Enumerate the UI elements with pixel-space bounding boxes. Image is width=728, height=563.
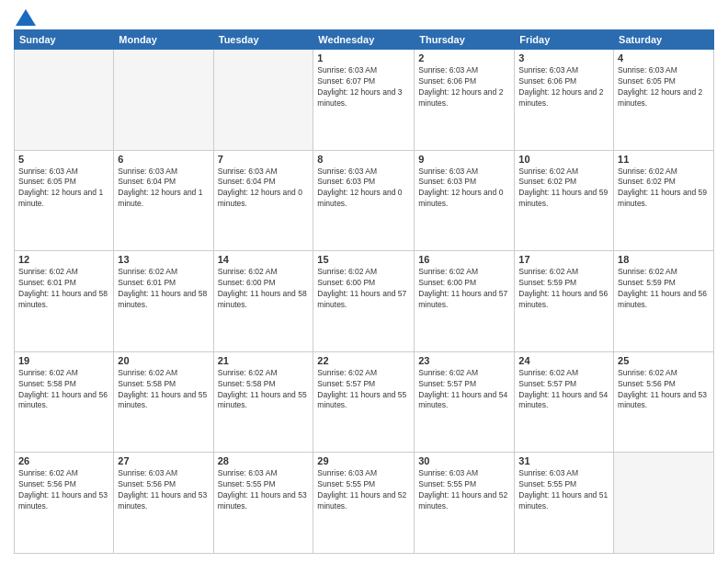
day-info: Sunrise: 6:02 AM Sunset: 5:58 PM Dayligh… [118, 368, 209, 412]
logo-icon [16, 9, 36, 26]
day-number: 24 [518, 355, 609, 366]
calendar-cell: 28Sunrise: 6:03 AM Sunset: 5:55 PM Dayli… [213, 453, 313, 554]
day-number: 17 [518, 254, 609, 265]
calendar-cell: 11Sunrise: 6:02 AM Sunset: 6:02 PM Dayli… [614, 150, 714, 251]
calendar-cell [213, 50, 313, 151]
day-number: 28 [218, 455, 310, 466]
calendar-cell: 9Sunrise: 6:03 AM Sunset: 6:03 PM Daylig… [415, 150, 515, 251]
weekday-header: Friday [515, 30, 614, 50]
weekday-header: Monday [114, 30, 213, 50]
calendar-cell: 1Sunrise: 6:03 AM Sunset: 6:07 PM Daylig… [313, 50, 415, 151]
day-info: Sunrise: 6:02 AM Sunset: 6:01 PM Dayligh… [118, 267, 209, 311]
logo [14, 9, 36, 22]
day-number: 18 [618, 254, 710, 265]
day-info: Sunrise: 6:02 AM Sunset: 5:57 PM Dayligh… [418, 368, 510, 412]
calendar-cell: 29Sunrise: 6:03 AM Sunset: 5:55 PM Dayli… [313, 453, 415, 554]
day-info: Sunrise: 6:02 AM Sunset: 6:02 PM Dayligh… [518, 167, 609, 211]
day-number: 3 [518, 52, 609, 63]
header [14, 9, 714, 22]
day-number: 15 [317, 254, 410, 265]
day-info: Sunrise: 6:03 AM Sunset: 6:05 PM Dayligh… [618, 65, 710, 109]
calendar-cell: 23Sunrise: 6:02 AM Sunset: 5:57 PM Dayli… [415, 351, 515, 453]
calendar-cell: 26Sunrise: 6:02 AM Sunset: 5:56 PM Dayli… [15, 453, 114, 554]
day-info: Sunrise: 6:02 AM Sunset: 5:59 PM Dayligh… [618, 267, 710, 311]
calendar-cell: 15Sunrise: 6:02 AM Sunset: 6:00 PM Dayli… [313, 251, 415, 352]
day-number: 7 [218, 154, 310, 165]
day-number: 22 [317, 355, 410, 366]
day-number: 16 [418, 254, 510, 265]
page: SundayMondayTuesdayWednesdayThursdayFrid… [0, 0, 728, 563]
day-number: 20 [118, 355, 209, 366]
calendar-cell: 4Sunrise: 6:03 AM Sunset: 6:05 PM Daylig… [614, 50, 714, 151]
svg-marker-0 [16, 9, 36, 26]
calendar-cell: 13Sunrise: 6:02 AM Sunset: 6:01 PM Dayli… [114, 251, 213, 352]
day-info: Sunrise: 6:02 AM Sunset: 6:00 PM Dayligh… [418, 267, 510, 311]
calendar-cell: 10Sunrise: 6:02 AM Sunset: 6:02 PM Dayli… [515, 150, 614, 251]
day-number: 1 [317, 52, 410, 63]
day-info: Sunrise: 6:03 AM Sunset: 6:06 PM Dayligh… [518, 65, 609, 109]
day-info: Sunrise: 6:02 AM Sunset: 6:01 PM Dayligh… [18, 267, 109, 311]
calendar-cell: 31Sunrise: 6:03 AM Sunset: 5:55 PM Dayli… [515, 453, 614, 554]
calendar-cell: 19Sunrise: 6:02 AM Sunset: 5:58 PM Dayli… [15, 351, 114, 453]
weekday-header: Sunday [15, 30, 114, 50]
calendar-cell: 30Sunrise: 6:03 AM Sunset: 5:55 PM Dayli… [415, 453, 515, 554]
day-number: 14 [218, 254, 310, 265]
calendar-week-row: 26Sunrise: 6:02 AM Sunset: 5:56 PM Dayli… [15, 453, 714, 554]
weekday-header: Tuesday [213, 30, 313, 50]
day-number: 27 [118, 455, 209, 466]
day-number: 23 [418, 355, 510, 366]
day-info: Sunrise: 6:02 AM Sunset: 5:56 PM Dayligh… [18, 468, 109, 512]
calendar-cell: 17Sunrise: 6:02 AM Sunset: 5:59 PM Dayli… [515, 251, 614, 352]
day-info: Sunrise: 6:02 AM Sunset: 6:02 PM Dayligh… [618, 167, 710, 211]
day-number: 2 [418, 52, 510, 63]
weekday-header: Thursday [415, 30, 515, 50]
calendar-cell: 12Sunrise: 6:02 AM Sunset: 6:01 PM Dayli… [15, 251, 114, 352]
day-info: Sunrise: 6:02 AM Sunset: 5:57 PM Dayligh… [317, 368, 410, 412]
calendar-cell [614, 453, 714, 554]
day-number: 9 [418, 154, 510, 165]
calendar-cell: 21Sunrise: 6:02 AM Sunset: 5:58 PM Dayli… [213, 351, 313, 453]
calendar-table: SundayMondayTuesdayWednesdayThursdayFrid… [14, 29, 714, 554]
day-info: Sunrise: 6:03 AM Sunset: 5:55 PM Dayligh… [317, 468, 410, 512]
day-info: Sunrise: 6:03 AM Sunset: 6:06 PM Dayligh… [418, 65, 510, 109]
calendar-cell: 22Sunrise: 6:02 AM Sunset: 5:57 PM Dayli… [313, 351, 415, 453]
day-number: 5 [18, 154, 109, 165]
calendar-cell: 2Sunrise: 6:03 AM Sunset: 6:06 PM Daylig… [415, 50, 515, 151]
calendar-week-row: 19Sunrise: 6:02 AM Sunset: 5:58 PM Dayli… [15, 351, 714, 453]
day-number: 11 [618, 154, 710, 165]
day-info: Sunrise: 6:03 AM Sunset: 5:55 PM Dayligh… [418, 468, 510, 512]
day-info: Sunrise: 6:02 AM Sunset: 5:59 PM Dayligh… [518, 267, 609, 311]
calendar-week-row: 5Sunrise: 6:03 AM Sunset: 6:05 PM Daylig… [15, 150, 714, 251]
day-info: Sunrise: 6:02 AM Sunset: 6:00 PM Dayligh… [317, 267, 410, 311]
day-number: 8 [317, 154, 410, 165]
day-info: Sunrise: 6:03 AM Sunset: 6:03 PM Dayligh… [317, 167, 410, 211]
calendar-cell [15, 50, 114, 151]
day-number: 29 [317, 455, 410, 466]
day-number: 26 [18, 455, 109, 466]
calendar-cell: 3Sunrise: 6:03 AM Sunset: 6:06 PM Daylig… [515, 50, 614, 151]
calendar-cell: 25Sunrise: 6:02 AM Sunset: 5:56 PM Dayli… [614, 351, 714, 453]
day-info: Sunrise: 6:03 AM Sunset: 6:07 PM Dayligh… [317, 65, 410, 109]
day-info: Sunrise: 6:02 AM Sunset: 5:58 PM Dayligh… [218, 368, 310, 412]
day-info: Sunrise: 6:03 AM Sunset: 6:04 PM Dayligh… [218, 167, 310, 211]
calendar-cell [114, 50, 213, 151]
calendar-cell: 8Sunrise: 6:03 AM Sunset: 6:03 PM Daylig… [313, 150, 415, 251]
day-number: 10 [518, 154, 609, 165]
day-info: Sunrise: 6:02 AM Sunset: 5:57 PM Dayligh… [518, 368, 609, 412]
day-number: 6 [118, 154, 209, 165]
day-number: 4 [618, 52, 710, 63]
calendar-cell: 20Sunrise: 6:02 AM Sunset: 5:58 PM Dayli… [114, 351, 213, 453]
day-info: Sunrise: 6:03 AM Sunset: 5:55 PM Dayligh… [518, 468, 609, 512]
day-number: 13 [118, 254, 209, 265]
day-number: 25 [618, 355, 710, 366]
calendar-cell: 7Sunrise: 6:03 AM Sunset: 6:04 PM Daylig… [213, 150, 313, 251]
day-number: 30 [418, 455, 510, 466]
day-info: Sunrise: 6:03 AM Sunset: 6:03 PM Dayligh… [418, 167, 510, 211]
weekday-header: Wednesday [313, 30, 415, 50]
weekday-header: Saturday [614, 30, 714, 50]
calendar-week-row: 1Sunrise: 6:03 AM Sunset: 6:07 PM Daylig… [15, 50, 714, 151]
calendar-cell: 16Sunrise: 6:02 AM Sunset: 6:00 PM Dayli… [415, 251, 515, 352]
calendar-cell: 6Sunrise: 6:03 AM Sunset: 6:04 PM Daylig… [114, 150, 213, 251]
day-number: 12 [18, 254, 109, 265]
day-info: Sunrise: 6:03 AM Sunset: 6:04 PM Dayligh… [118, 167, 209, 211]
